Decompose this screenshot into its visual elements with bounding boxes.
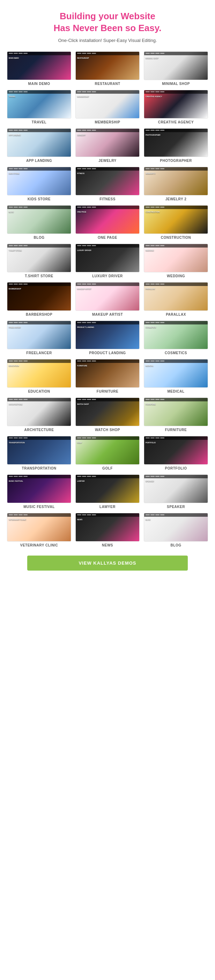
- demo-label-freelancer: FREELANCER: [26, 351, 52, 355]
- demo-item-jewelry[interactable]: JEWELRYJEWELRY: [75, 128, 140, 162]
- demo-label-furniture: FURNITURE: [97, 390, 118, 393]
- demo-item-lawyer[interactable]: LAWYERLAWYER: [75, 474, 140, 509]
- demo-item-creative-agency[interactable]: CREATIVE AGENCYCREATIVE AGENCY: [144, 90, 208, 124]
- demo-thumb-barbershop: BARBERSHOP: [7, 282, 71, 311]
- demo-item-jewelry2[interactable]: JEWELRY 2JEWELRY 2: [144, 167, 208, 201]
- demo-item-kids-store[interactable]: KIDS STOREKIDS STORE: [7, 167, 71, 201]
- demo-thumb-minimal-shop: MINIMAL SHOP: [144, 51, 208, 80]
- demo-thumb-travel: TRAVEL: [7, 90, 71, 119]
- demo-item-app-landing[interactable]: APP LANDINGAPP LANDING: [7, 128, 71, 162]
- demo-item-tshirt[interactable]: T.SHIRT STORET.SHIRT STORE: [7, 244, 71, 278]
- demo-label-travel: TRAVEL: [32, 120, 46, 124]
- demo-label-fitness: FITNESS: [100, 197, 115, 201]
- demo-label-one-page: ONE PAGE: [98, 235, 117, 240]
- demo-item-music-festival[interactable]: MUSIC FESTIVALMUSIC FESTIVAL: [7, 474, 71, 509]
- demo-item-restaurant[interactable]: RESTAURANTRESTAURANT: [75, 51, 140, 86]
- demo-item-one-page[interactable]: ONE PAGEONE PAGE: [75, 205, 140, 240]
- demo-label-product-landing: PRODUCT LANDING: [89, 351, 126, 355]
- header-title: Building your Website Has Never Been so …: [7, 11, 208, 34]
- demo-item-portfolio[interactable]: PORTFOLIOPORTFOLIO: [144, 436, 208, 470]
- demo-item-architecture[interactable]: ARCHITECTUREARCHITECTURE: [7, 398, 71, 432]
- demo-thumb-membership: MEMBERSHIP: [75, 90, 140, 119]
- demo-thumb-app-landing: APP LANDING: [7, 128, 71, 157]
- demo-item-cosmetics[interactable]: COSMETICSCOSMETICS: [144, 321, 208, 355]
- demo-item-golf[interactable]: GOLFGOLF: [75, 436, 140, 470]
- demo-label-cosmetics: COSMETICS: [165, 351, 187, 355]
- demo-item-parallax[interactable]: PARALLAXPARALLAX: [144, 282, 208, 317]
- demo-item-minimal-shop[interactable]: MINIMAL SHOPMINIMAL SHOP: [144, 51, 208, 86]
- demo-thumb-blog: BLOG: [7, 205, 71, 234]
- demo-label-blog: BLOG: [34, 235, 45, 240]
- demo-label-golf: GOLF: [102, 466, 113, 470]
- demo-item-speaker[interactable]: SPEAKERSPEAKER: [144, 474, 208, 509]
- demo-label-veterinary: VETERINARY CLINIC: [20, 543, 58, 547]
- demo-label-lawyer: LAWYER: [100, 505, 115, 509]
- demo-thumb-kids-store: KIDS STORE: [7, 167, 71, 196]
- demo-item-furniture2[interactable]: FURNITUREFURNITURE: [144, 398, 208, 432]
- demo-thumb-golf: GOLF: [75, 436, 140, 465]
- demo-thumb-freelancer: FREELANCER: [7, 321, 71, 349]
- demo-thumb-cosmetics: COSMETICS: [144, 321, 208, 349]
- demo-item-barbershop[interactable]: BARBERSHOPBARBERSHOP: [7, 282, 71, 317]
- demo-item-blog[interactable]: BLOGBLOG: [7, 205, 71, 240]
- demo-item-news[interactable]: NEWSNEWS: [75, 513, 140, 547]
- demo-thumb-construction: CONSTRUCTION: [144, 205, 208, 234]
- demo-item-fitness[interactable]: FITNESSFITNESS: [75, 167, 140, 201]
- demo-thumb-luxury-driver: LUXURY DRIVER: [75, 244, 140, 272]
- demo-item-main-demo[interactable]: MAIN DEMOMAIN DEMO: [7, 51, 71, 86]
- demo-thumb-veterinary: VETERINARY CLINIC: [7, 513, 71, 542]
- demo-item-furniture[interactable]: FURNITUREFURNITURE: [75, 359, 140, 393]
- demo-thumb-news: NEWS: [75, 513, 140, 542]
- demo-label-minimal-shop: MINIMAL SHOP: [162, 82, 190, 86]
- demo-label-creative-agency: CREATIVE AGENCY: [158, 120, 194, 124]
- demo-thumb-furniture: FURNITURE: [75, 359, 140, 388]
- demo-thumb-creative-agency: CREATIVE AGENCY: [144, 90, 208, 119]
- demo-label-medical: MEDICAL: [167, 390, 184, 393]
- demo-label-news: NEWS: [102, 543, 113, 547]
- demo-item-transportation[interactable]: TRANSPORTATIONTRANSPORTATION: [7, 436, 71, 470]
- demo-item-watch-shop[interactable]: WATCH SHOPWATCH SHOP: [75, 398, 140, 432]
- demo-item-education[interactable]: EDUCATIONEDUCATION: [7, 359, 71, 393]
- demo-label-blog2: BLOG: [171, 543, 182, 547]
- demo-label-kids-store: KIDS STORE: [28, 197, 51, 201]
- cta-section: VIEW KALLYAS DEMOS: [7, 555, 208, 571]
- demo-label-transportation: TRANSPORTATION: [22, 466, 57, 470]
- demo-thumb-music-festival: MUSIC FESTIVAL: [7, 474, 71, 503]
- demo-item-construction[interactable]: CONSTRUCTIONCONSTRUCTION: [144, 205, 208, 240]
- demo-label-construction: CONSTRUCTION: [161, 235, 191, 240]
- demo-label-furniture2: FURNITURE: [165, 428, 187, 432]
- demo-item-veterinary[interactable]: VETERINARY CLINICVETERINARY CLINIC: [7, 513, 71, 547]
- demo-item-makeup[interactable]: MAKEUP ARTISTMAKEUP ARTIST: [75, 282, 140, 317]
- demo-item-luxury-driver[interactable]: LUXURY DRIVERLUXURY DRIVER: [75, 244, 140, 278]
- demo-thumb-fitness: FITNESS: [75, 167, 140, 196]
- demo-thumb-makeup: MAKEUP ARTIST: [75, 282, 140, 311]
- demo-label-architecture: ARCHITECTURE: [24, 428, 54, 432]
- demo-label-speaker: SPEAKER: [167, 505, 185, 509]
- demo-item-product-landing[interactable]: PRODUCT LANDINGPRODUCT LANDING: [75, 321, 140, 355]
- demo-label-main-demo: MAIN DEMO: [28, 82, 50, 86]
- demo-label-parallax: PARALLAX: [166, 313, 186, 317]
- demo-item-travel[interactable]: TRAVELTRAVEL: [7, 90, 71, 124]
- demo-label-photographer: PHOTOGRAPHER: [160, 159, 191, 162]
- demo-label-restaurant: RESTAURANT: [95, 82, 120, 86]
- demo-thumb-furniture2: FURNITURE: [144, 398, 208, 426]
- demo-item-photographer[interactable]: PHOTOGRAPHERPHOTOGRAPHER: [144, 128, 208, 162]
- view-demos-button[interactable]: VIEW KALLYAS DEMOS: [27, 555, 188, 571]
- demo-item-medical[interactable]: MEDICALMEDICAL: [144, 359, 208, 393]
- demo-label-makeup: MAKEUP ARTIST: [92, 313, 123, 317]
- demo-item-freelancer[interactable]: FREELANCERFREELANCER: [7, 321, 71, 355]
- demo-label-wedding: WEDDING: [167, 274, 185, 278]
- demo-thumb-transportation: TRANSPORTATION: [7, 436, 71, 465]
- demo-item-membership[interactable]: MEMBERSHIPMEMBERSHIP: [75, 90, 140, 124]
- demo-label-membership: MEMBERSHIP: [95, 120, 120, 124]
- page-wrapper: Building your Website Has Never Been so …: [0, 0, 215, 581]
- demo-thumb-portfolio: PORTFOLIO: [144, 436, 208, 465]
- demo-item-blog2[interactable]: BLOGBLOG: [144, 513, 208, 547]
- demo-thumb-tshirt: T.SHIRT STORE: [7, 244, 71, 272]
- demo-label-app-landing: APP LANDING: [26, 159, 52, 162]
- demo-thumb-product-landing: PRODUCT LANDING: [75, 321, 140, 349]
- demo-item-wedding[interactable]: WEDDINGWEDDING: [144, 244, 208, 278]
- demo-thumb-education: EDUCATION: [7, 359, 71, 388]
- demo-thumb-blog2: BLOG: [144, 513, 208, 542]
- demo-label-portfolio: PORTFOLIO: [165, 466, 187, 470]
